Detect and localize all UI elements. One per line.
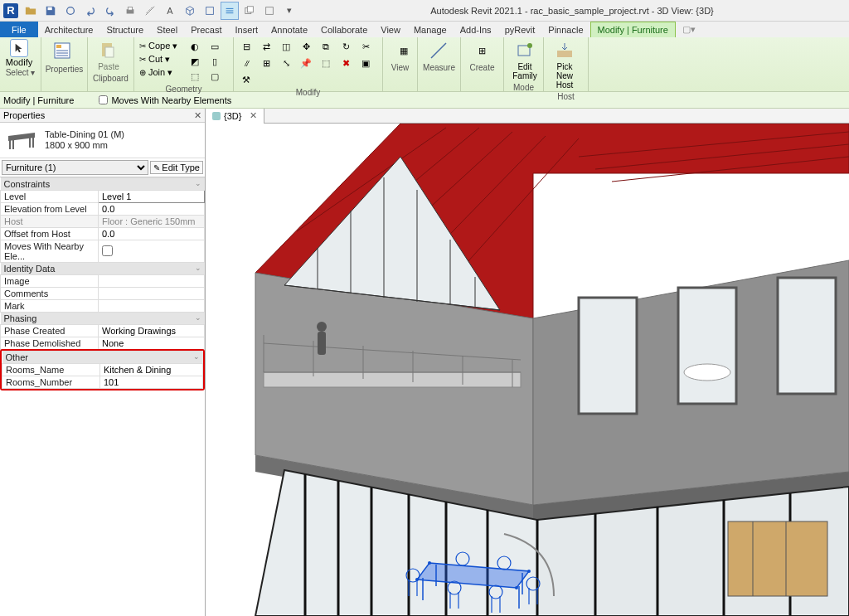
split-icon[interactable]: ⫽ bbox=[237, 56, 255, 70]
text-icon[interactable]: A bbox=[161, 2, 179, 20]
highlighted-properties: Other⌄ Rooms_NameKitchen & Dining Rooms_… bbox=[0, 349, 205, 390]
prop-value[interactable]: Level 1 bbox=[99, 191, 205, 203]
tab-insert[interactable]: Insert bbox=[228, 22, 264, 37]
sync-icon[interactable] bbox=[61, 2, 80, 20]
save-icon[interactable] bbox=[41, 2, 60, 20]
customize-icon[interactable]: ▾ bbox=[280, 2, 298, 20]
file-tab[interactable]: File bbox=[0, 22, 38, 37]
geom-tool-2[interactable]: ◩ bbox=[186, 54, 204, 69]
edit-type-button[interactable]: ✎ Edit Type bbox=[150, 161, 203, 174]
geom-tool-3[interactable]: ⬚ bbox=[186, 69, 204, 84]
cope-button[interactable]: ✂ Cope ▾ bbox=[138, 39, 179, 52]
group-constraints[interactable]: Constraints bbox=[4, 179, 51, 189]
tab-addins[interactable]: Add-Ins bbox=[454, 22, 498, 37]
properties-title: Properties bbox=[3, 110, 45, 120]
view-tab-3d[interactable]: {3D} ✕ bbox=[206, 109, 264, 124]
delete-icon[interactable]: ✖ bbox=[337, 56, 355, 70]
view-label: View bbox=[386, 62, 414, 73]
tab-manage[interactable]: Manage bbox=[407, 22, 454, 37]
prop-label: Level bbox=[1, 191, 99, 203]
open-icon[interactable] bbox=[22, 2, 40, 20]
rotate-icon[interactable]: ↻ bbox=[337, 39, 355, 54]
cube-icon bbox=[212, 112, 221, 120]
properties-table: Constraints⌄ LevelLevel 1 Elevation from… bbox=[0, 177, 205, 350]
thin-lines-icon[interactable] bbox=[221, 2, 239, 20]
svg-rect-47 bbox=[778, 278, 836, 394]
scale-icon[interactable]: ⤡ bbox=[277, 56, 295, 70]
geom-tool-6[interactable]: ▢ bbox=[206, 69, 224, 84]
title-bar: R A ▾ Autodesk Revit 2021.1 - rac_basic_… bbox=[0, 0, 849, 22]
moves-with-checkbox[interactable]: Moves With Nearby Elements bbox=[99, 95, 231, 105]
tab-annotate[interactable]: Annotate bbox=[264, 22, 314, 37]
modify-group-label: Modify bbox=[237, 87, 379, 98]
tab-collaborate[interactable]: Collaborate bbox=[314, 22, 374, 37]
move-icon[interactable]: ✥ bbox=[297, 39, 315, 54]
measure-button[interactable] bbox=[421, 39, 456, 62]
close-icon[interactable]: ✕ bbox=[194, 110, 201, 121]
tab-structure[interactable]: Structure bbox=[99, 22, 150, 37]
view-button[interactable]: ▦ bbox=[386, 39, 421, 62]
undo-icon[interactable] bbox=[81, 2, 99, 20]
svg-point-83 bbox=[415, 578, 419, 581]
modify-button[interactable]: Modify bbox=[3, 39, 35, 67]
trim-icon[interactable]: ✂ bbox=[357, 39, 375, 54]
paste-button[interactable]: Paste bbox=[91, 39, 126, 73]
join-button[interactable]: ⊕ Join ▾ bbox=[138, 65, 179, 79]
tab-pyrevit[interactable]: pyRevit bbox=[498, 22, 542, 37]
pick-new-host-button[interactable]: Pick New Host bbox=[547, 39, 582, 91]
geom-tool-1[interactable]: ◐ bbox=[186, 39, 204, 54]
type-selector[interactable]: Table-Dining 01 (M) 1800 x 900 mm bbox=[0, 123, 205, 158]
tab-pinnacle[interactable]: Pinnacle bbox=[541, 22, 589, 37]
geom-tool-5[interactable]: ▯ bbox=[206, 54, 224, 69]
demolish-icon[interactable]: ⚒ bbox=[237, 72, 255, 87]
group-other[interactable]: Other bbox=[6, 352, 29, 362]
svg-rect-87 bbox=[728, 521, 827, 596]
view-tabs: {3D} ✕ bbox=[206, 109, 849, 124]
unpin-icon[interactable]: ⬚ bbox=[317, 56, 335, 70]
array-icon[interactable]: ⊞ bbox=[257, 56, 275, 70]
type-name: Table-Dining 01 (M) bbox=[45, 129, 124, 140]
options-bar: Modify | Furniture Moves With Nearby Ele… bbox=[0, 92, 849, 109]
3d-icon[interactable] bbox=[181, 2, 199, 20]
app-icon: R bbox=[3, 3, 18, 18]
tab-modify-furniture[interactable]: Modify | Furniture bbox=[590, 22, 676, 37]
geometry-label: Geometry bbox=[138, 84, 230, 95]
group-identity[interactable]: Identity Data bbox=[4, 264, 56, 274]
clipboard-label: Clipboard bbox=[91, 73, 130, 84]
tab-architecture[interactable]: Architecture bbox=[38, 22, 100, 37]
tab-steel[interactable]: Steel bbox=[150, 22, 184, 37]
close-views-icon[interactable] bbox=[240, 2, 259, 20]
category-selector[interactable]: Furniture (1) bbox=[2, 160, 148, 175]
close-tab-icon[interactable]: ✕ bbox=[250, 110, 257, 121]
properties-button[interactable] bbox=[45, 39, 80, 64]
svg-rect-3 bbox=[128, 7, 132, 10]
properties-panel: Properties ✕ Table-Dining 01 (M) 1800 x … bbox=[0, 109, 206, 616]
geom-tool-4[interactable]: ▭ bbox=[206, 39, 224, 54]
3d-viewport[interactable] bbox=[206, 124, 849, 616]
print-icon[interactable] bbox=[121, 2, 139, 20]
section-icon[interactable] bbox=[201, 2, 219, 20]
svg-rect-45 bbox=[579, 298, 637, 414]
offset-icon[interactable]: ⇄ bbox=[257, 39, 275, 54]
group-phasing[interactable]: Phasing bbox=[4, 313, 37, 323]
mirror-icon[interactable]: ◫ bbox=[277, 39, 295, 54]
measure-icon[interactable] bbox=[141, 2, 159, 20]
tab-precast[interactable]: Precast bbox=[184, 22, 228, 37]
create-button[interactable]: ⊞ bbox=[464, 39, 499, 62]
ribbon: Modify Select ▾ Properties Paste Clipboa… bbox=[0, 37, 849, 92]
group-icon[interactable]: ▣ bbox=[357, 56, 375, 70]
switch-windows-icon[interactable] bbox=[260, 2, 279, 20]
pin-icon[interactable]: 📌 bbox=[297, 56, 315, 70]
type-size: 1800 x 900 mm bbox=[45, 140, 124, 151]
tab-finish-icon[interactable]: ▢▾ bbox=[676, 22, 702, 37]
edit-family-button[interactable]: Edit Family bbox=[507, 39, 542, 82]
redo-icon[interactable] bbox=[101, 2, 119, 20]
cut-button[interactable]: ✂ Cut ▾ bbox=[138, 52, 179, 65]
copy-icon[interactable]: ⧉ bbox=[317, 39, 335, 54]
svg-rect-7 bbox=[266, 7, 274, 14]
select-label[interactable]: Select ▾ bbox=[3, 67, 37, 78]
align-icon[interactable]: ⊟ bbox=[237, 39, 255, 54]
svg-rect-9 bbox=[56, 45, 61, 48]
tab-view[interactable]: View bbox=[374, 22, 407, 37]
measure-label: Measure bbox=[421, 62, 457, 73]
